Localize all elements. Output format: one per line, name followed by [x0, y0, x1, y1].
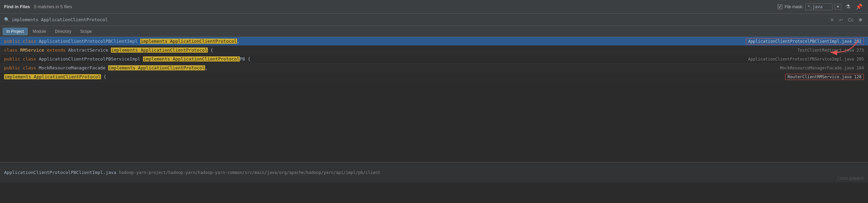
find-in-files-title: Find in Files 5 matches in 5 files [4, 4, 72, 9]
result-filename: MockResourceManagerFacade.java 184 [773, 66, 864, 70]
table-row[interactable]: class RMService extends AbstractService … [0, 46, 868, 55]
result-filename: ApplicationClientProtocolPBServiceImpl.j… [741, 57, 864, 62]
path-full: hadoop-yarn-project/hadoop-yarn/hadoop-y… [119, 170, 380, 175]
table-row[interactable]: public class MockResourceManagerFacade i… [0, 64, 868, 72]
file-mask-dropdown[interactable]: ▼ [835, 4, 841, 10]
toolbar-left: Find in Files 5 matches in 5 files [4, 4, 72, 9]
file-mask-input[interactable] [805, 3, 833, 10]
tab-in-project[interactable]: In Project [3, 28, 28, 35]
replace-button[interactable]: ↩ [838, 16, 844, 23]
result-code: public class MockResourceManagerFacade i… [4, 65, 773, 70]
case-sensitive-button[interactable]: Cc [847, 16, 855, 23]
path-bar: ApplicationClientProtocolPBClientImpl.ja… [0, 162, 868, 182]
file-mask-label: ✓ File mask: ▼ [778, 3, 841, 10]
title-text: Find in Files [4, 4, 30, 9]
match-count: 5 matches in 5 files [34, 4, 72, 9]
scope-tabs: In Project Module Directory Scope [0, 26, 868, 37]
table-row[interactable]: public class ApplicationClientProtocolPB… [0, 37, 868, 46]
toolbar-right: ✓ File mask: ▼ ⚗ 📌 [778, 3, 864, 11]
tab-module[interactable]: Module [29, 28, 50, 35]
clear-search-button[interactable]: ✕ [829, 16, 836, 23]
result-filename: TestClientRedirect.java 273 [791, 48, 864, 53]
file-mask-checkbox[interactable]: ✓ [778, 4, 782, 9]
watermark: CSDN @杨林伟 [837, 176, 864, 181]
search-actions: ✕ ↩ Cc ✱ [829, 16, 864, 23]
tab-scope[interactable]: Scope [76, 28, 96, 35]
result-code: class RMService extends AbstractService … [4, 48, 791, 53]
main-container: Find in Files 5 matches in 5 files ✓ Fil… [0, 0, 868, 182]
regex-button[interactable]: ✱ [857, 16, 864, 23]
result-code: public class ApplicationClientProtocolPB… [4, 56, 741, 62]
table-row[interactable]: public class ApplicationClientProtocolPB… [0, 55, 868, 64]
filter-icon-btn[interactable]: ⚗ [844, 3, 852, 11]
file-mask-text: File mask: [784, 4, 803, 9]
result-filename: ApplicationClientProtocolPBClientImpl.ja… [746, 38, 864, 44]
toolbar: Find in Files 5 matches in 5 files ✓ Fil… [0, 0, 868, 14]
table-row[interactable]: implements ApplicationClientProtocol { R… [0, 72, 868, 81]
tab-directory[interactable]: Directory [51, 28, 75, 35]
search-bar: 🔍 implements ApplicationClientProtocol ✕… [0, 14, 868, 26]
result-filename: RouterClientRMService.java 128 [785, 74, 864, 80]
pin-icon-btn[interactable]: 📌 [854, 3, 864, 11]
path-filename: ApplicationClientProtocolPBClientImpl.ja… [4, 170, 116, 175]
result-code: public class ApplicationClientProtocolPB… [4, 39, 746, 44]
search-magnifier-icon: 🔍 [4, 17, 10, 23]
result-code: implements ApplicationClientProtocol { [4, 74, 785, 79]
results-area[interactable]: public class ApplicationClientProtocolPB… [0, 37, 868, 182]
search-query-text: implements ApplicationClientProtocol [12, 17, 829, 22]
